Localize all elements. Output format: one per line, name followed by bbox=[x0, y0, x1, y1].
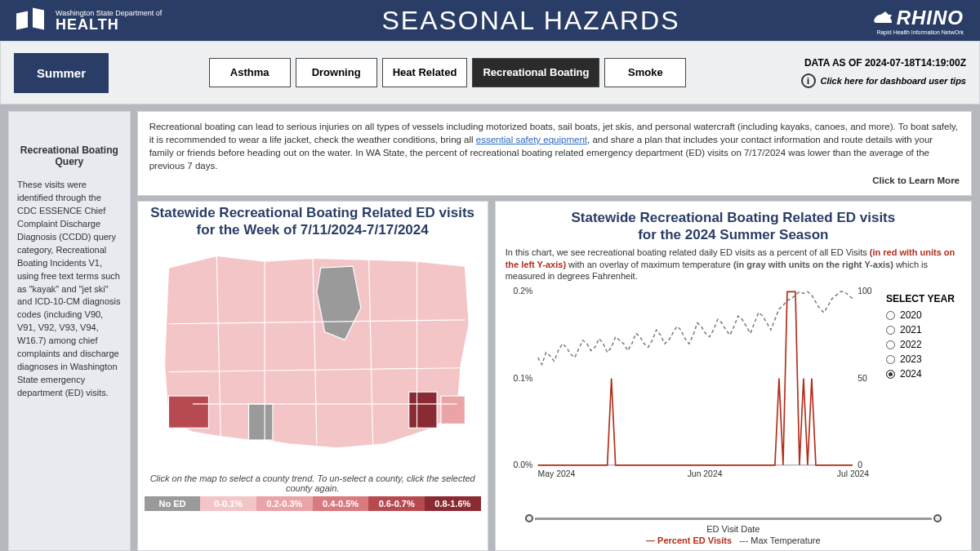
info-icon: i bbox=[801, 73, 816, 88]
svg-text:May 2024: May 2024 bbox=[537, 470, 575, 479]
learn-more-link[interactable]: Click to Learn More bbox=[149, 174, 960, 187]
map-title: Statewide Recreational Boating Related E… bbox=[145, 205, 481, 238]
year-option-2021[interactable]: 2021 bbox=[886, 324, 961, 335]
radio-icon bbox=[886, 340, 895, 349]
svg-rect-2 bbox=[408, 392, 436, 428]
tab-asthma[interactable]: Asthma bbox=[209, 58, 291, 87]
svg-text:100: 100 bbox=[858, 287, 872, 296]
intro-text: Recreational boating can lead to serious… bbox=[137, 111, 972, 196]
svg-text:0.0%: 0.0% bbox=[513, 460, 532, 469]
dashboard-tips-link[interactable]: i Click here for dashboard user tips bbox=[754, 73, 966, 88]
essential-equipment-link[interactable]: essential safety equipment bbox=[476, 135, 587, 144]
radio-icon bbox=[886, 370, 895, 379]
hazard-tabs: Asthma Drowning Heat Related Recreationa… bbox=[148, 58, 747, 87]
timeseries-chart[interactable]: 0.0%0.1%0.2%050100May 2024Jun 2024Jul 20… bbox=[506, 285, 880, 489]
dept-big: HEALTH bbox=[56, 16, 119, 33]
chart-title: Statewide Recreational Boating Related E… bbox=[506, 210, 961, 243]
map-legend: No ED 0-0.1% 0.2-0.3% 0.4-0.5% 0.6-0.7% … bbox=[145, 496, 481, 511]
radio-icon bbox=[886, 311, 895, 320]
radio-icon bbox=[886, 355, 895, 364]
chart-xlabel: ED Visit Date bbox=[506, 524, 961, 534]
slider-knob-right[interactable] bbox=[933, 514, 942, 522]
map-panel: Statewide Recreational Boating Related E… bbox=[137, 201, 488, 551]
tab-heat-related[interactable]: Heat Related bbox=[382, 58, 468, 87]
tab-smoke[interactable]: Smoke bbox=[604, 58, 686, 87]
year-option-2023[interactable]: 2023 bbox=[886, 353, 961, 365]
year-option-2020[interactable]: 2020 bbox=[886, 309, 961, 321]
svg-text:Jun 2024: Jun 2024 bbox=[687, 470, 722, 479]
filter-bar: Summer Asthma Drowning Heat Related Recr… bbox=[0, 41, 980, 104]
chart-panel: Statewide Recreational Boating Related E… bbox=[495, 201, 972, 551]
svg-rect-1 bbox=[248, 404, 272, 440]
date-range-slider[interactable] bbox=[525, 514, 942, 522]
doh-logo: Washington State Department of HEALTH bbox=[16, 9, 261, 32]
svg-rect-0 bbox=[168, 396, 208, 428]
rhino-icon bbox=[872, 10, 893, 26]
map-caption: Click on the map to select a county tren… bbox=[145, 473, 481, 493]
year-option-2024[interactable]: 2024 bbox=[886, 368, 961, 380]
chart-description: In this chart, we see recreational boati… bbox=[506, 247, 961, 282]
svg-text:0: 0 bbox=[858, 460, 862, 469]
sidebar-body: These visits were identified through the… bbox=[17, 179, 122, 400]
svg-text:Jul 2024: Jul 2024 bbox=[836, 470, 869, 479]
svg-text:0.2%: 0.2% bbox=[513, 287, 532, 296]
data-as-of: DATA AS OF 2024-07-18T14:19:00Z bbox=[754, 57, 966, 69]
header-bar: Washington State Department of HEALTH SE… bbox=[0, 0, 980, 41]
season-button[interactable]: Summer bbox=[14, 53, 109, 93]
wa-county-map[interactable] bbox=[145, 242, 481, 470]
year-selector: SELECT YEAR 20202021202220232024 bbox=[880, 285, 961, 511]
year-option-2022[interactable]: 2022 bbox=[886, 339, 961, 350]
svg-text:50: 50 bbox=[858, 374, 867, 383]
doh-mark-icon bbox=[16, 9, 49, 32]
page-title: SEASONAL HAZARDS bbox=[261, 6, 800, 36]
slider-knob-left[interactable] bbox=[525, 514, 533, 522]
radio-icon bbox=[886, 326, 895, 335]
sidebar-title: Recreational Boating Query bbox=[17, 144, 122, 167]
tab-recreational-boating[interactable]: Recreational Boating bbox=[472, 58, 599, 87]
svg-rect-3 bbox=[441, 396, 465, 424]
svg-text:0.1%: 0.1% bbox=[513, 374, 532, 383]
tab-drowning[interactable]: Drowning bbox=[296, 58, 377, 87]
chart-legend: — Percent ED Visits --- Max Temperature bbox=[506, 535, 961, 545]
query-sidebar: Recreational Boating Query These visits … bbox=[8, 111, 131, 551]
rhino-logo: RHINO Rapid Health Information NetwOrk bbox=[800, 7, 964, 35]
